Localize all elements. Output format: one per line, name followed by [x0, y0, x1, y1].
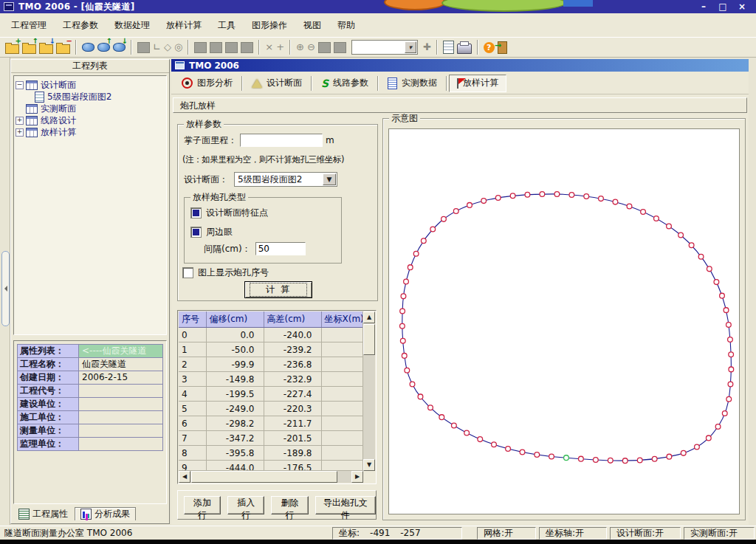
blast-hole-point[interactable] [729, 367, 734, 372]
toolbar-separator[interactable] [255, 38, 264, 56]
cell-index[interactable]: 6 [179, 416, 206, 431]
blast-hole-point[interactable] [579, 456, 584, 461]
cell-offset[interactable]: -99.9 [206, 357, 264, 372]
property-value[interactable] [79, 424, 163, 438]
cell-height-diff[interactable]: -189.8 [264, 446, 321, 461]
table-row[interactable]: 5 -249.0 -220.3 [179, 402, 363, 416]
table-row[interactable]: 0 0.0 -240.0 [179, 328, 363, 342]
blast-hole-point[interactable] [540, 192, 545, 197]
toolbar-separator[interactable] [433, 38, 441, 56]
scroll-up-icon[interactable]: ▲ [363, 311, 375, 323]
blast-hole-point[interactable] [681, 450, 686, 455]
property-value[interactable] [79, 384, 163, 398]
blast-hole-point[interactable] [453, 209, 458, 214]
panel-collapse-handle[interactable] [1, 251, 10, 326]
blast-hole-point[interactable] [421, 238, 426, 244]
blast-hole-point[interactable] [405, 368, 410, 373]
zoom-in-icon[interactable]: ⊕ [295, 38, 306, 56]
blast-hole-point[interactable] [404, 279, 409, 284]
axes-icon[interactable]: ∟ [151, 38, 162, 56]
horizontal-scrollbar[interactable]: ◀ ▶ [179, 470, 363, 483]
scroll-left-icon[interactable]: ◀ [179, 471, 190, 483]
delete-row-button[interactable]: 删除行 [271, 496, 308, 514]
cell-height-diff[interactable]: -211.7 [264, 416, 321, 431]
col-coord-x[interactable]: 坐标X(m) [321, 311, 363, 328]
scroll-right-icon[interactable]: ▶ [351, 471, 363, 483]
blast-hole-point[interactable] [652, 456, 657, 461]
blast-hole-point[interactable] [613, 199, 618, 204]
blast-hole-point[interactable] [400, 338, 405, 343]
cell-index[interactable]: 8 [179, 446, 206, 461]
blast-hole-point[interactable] [492, 442, 497, 447]
face-mileage-input[interactable] [240, 134, 323, 147]
blast-hole-point[interactable] [729, 352, 734, 357]
cell-offset[interactable]: -444.0 [206, 461, 264, 472]
blast-hole-point[interactable] [428, 405, 433, 410]
cell-height-diff[interactable]: -240.0 [264, 328, 321, 342]
blast-hole-point[interactable] [728, 382, 733, 387]
export-holes-button[interactable]: 导出炮孔文件 [315, 496, 376, 514]
blast-hole-point[interactable] [452, 423, 457, 428]
blast-hole-point[interactable] [724, 308, 729, 313]
menu-item[interactable]: 数据处理 [106, 17, 158, 34]
selected-blast-hole-point[interactable] [564, 455, 569, 461]
cell-offset[interactable]: -347.2 [206, 431, 264, 446]
cell-height-diff[interactable]: -232.9 [264, 372, 321, 387]
cell-index[interactable]: 3 [179, 372, 206, 387]
blast-hole-point[interactable] [413, 251, 419, 256]
blast-hole-point[interactable] [506, 447, 511, 452]
blast-hole-point[interactable] [418, 394, 423, 399]
insert-row-button[interactable]: 插入行 [227, 496, 264, 514]
col-index[interactable]: 序号 [179, 311, 206, 328]
data-import-icon[interactable]: ↑ [96, 38, 111, 56]
graph-analysis-button[interactable]: 图形分析 [174, 75, 240, 92]
minimize-button[interactable]: – [698, 1, 709, 12]
blast-hole-point[interactable] [654, 216, 659, 221]
maximize-button[interactable]: □ [718, 1, 728, 12]
expand-expander-icon[interactable]: + [16, 117, 24, 125]
table-row[interactable]: 1 -50.0 -239.2 [179, 342, 363, 357]
property-value[interactable]: <----仙霞关隧道 [79, 344, 163, 358]
menu-item[interactable]: 视图 [295, 17, 329, 34]
new-project-icon[interactable]: + [4, 38, 21, 56]
diagram-canvas[interactable] [388, 128, 740, 514]
blast-hole-point[interactable] [478, 437, 483, 442]
cell-offset[interactable]: -149.8 [206, 372, 264, 387]
blast-hole-point[interactable] [706, 435, 711, 441]
tab-analysis-results[interactable]: 分析成果 [75, 507, 136, 520]
cell-index[interactable]: 0 [179, 328, 206, 342]
add-point-icon[interactable]: ✚ [422, 38, 433, 56]
cell-offset[interactable]: -249.0 [206, 402, 264, 416]
cell-height-diff[interactable]: -201.5 [264, 431, 321, 446]
print-icon[interactable] [456, 38, 473, 56]
cell-index[interactable]: 1 [179, 342, 206, 357]
pan-icon[interactable]: + [275, 38, 286, 56]
cell-height-diff[interactable]: -236.8 [264, 357, 321, 372]
cell-coord-x[interactable] [321, 431, 363, 446]
save-project-icon[interactable]: ↓ [38, 38, 55, 56]
layout-calc-button[interactable]: 放样计算 [449, 75, 506, 92]
pane-view-icon-4[interactable] [239, 38, 255, 56]
blast-hole-point[interactable] [698, 254, 704, 259]
expand-expander-icon[interactable]: + [16, 128, 24, 137]
blast-hole-point[interactable] [722, 411, 727, 416]
cell-index[interactable]: 4 [179, 387, 206, 402]
cell-coord-x[interactable] [321, 387, 363, 402]
exit-icon[interactable]: → [496, 38, 509, 56]
col-offset[interactable]: 偏移(cm) [206, 311, 264, 328]
show-hole-numbers-checkbox[interactable] [182, 267, 193, 278]
menu-item[interactable]: 图形操作 [244, 17, 295, 34]
blast-hole-point[interactable] [715, 424, 721, 430]
tree-node-section-drawing[interactable]: 5级围岩段面图2 [24, 91, 165, 103]
blast-hole-point[interactable] [584, 194, 589, 199]
chevron-down-icon[interactable]: ▼ [323, 173, 336, 185]
status-grid-toggle[interactable]: 网格:开 [477, 527, 536, 540]
status-axis-toggle[interactable]: 坐标轴:开 [539, 527, 607, 540]
property-value[interactable] [79, 437, 163, 451]
cell-coord-x[interactable] [321, 446, 363, 461]
table-row[interactable]: 9 -444.0 -176.5 [179, 461, 363, 472]
property-value[interactable]: 2006-2-15 [79, 371, 163, 385]
cell-index[interactable]: 5 [179, 402, 206, 416]
cell-coord-x[interactable] [321, 342, 363, 357]
blast-hole-point[interactable] [525, 192, 530, 197]
